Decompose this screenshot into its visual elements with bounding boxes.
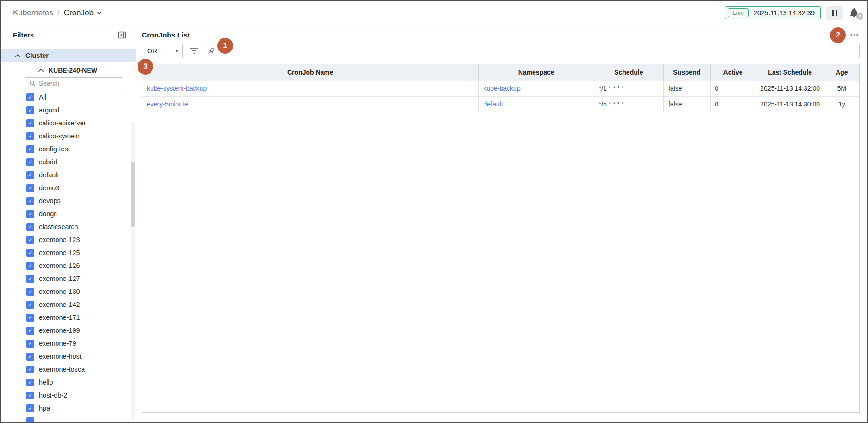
namespace-item[interactable]: ✓config-test	[1, 143, 131, 156]
namespace-label: argocd	[39, 106, 59, 114]
namespace-item-partial[interactable]	[1, 415, 131, 422]
table-body: kube-system-backupkube-backup*/1 * * * *…	[142, 81, 859, 112]
top-bar: Kubernetes / CronJob Live 2025.11.13 14:…	[1, 1, 867, 25]
namespace-label: exemone-171	[39, 314, 80, 321]
namespace-item[interactable]: ✓argocd	[1, 104, 131, 117]
namespace-item[interactable]: ✓dongri	[1, 207, 131, 220]
checkbox-checked-icon[interactable]: ✓	[26, 197, 34, 205]
table-row: kube-system-backupkube-backup*/1 * * * *…	[142, 81, 859, 96]
cluster-name: KUBE-240-NEW	[49, 67, 97, 74]
checkbox-checked-icon[interactable]: ✓	[26, 106, 34, 114]
breadcrumb-current-label: CronJob	[64, 8, 94, 18]
namespace-item[interactable]: ✓calico-system	[1, 130, 131, 143]
namespace-item[interactable]: ✓elasticsearch	[1, 220, 131, 233]
namespace-label: default	[39, 171, 59, 179]
namespace-item[interactable]: ✓exemone-79	[1, 337, 131, 350]
namespace-item[interactable]: ✓exemone-126	[1, 259, 131, 272]
pause-button[interactable]	[826, 6, 843, 20]
namespace-label: exemone-126	[39, 262, 80, 269]
breadcrumb: Kubernetes / CronJob	[13, 8, 102, 18]
checkbox-checked-icon[interactable]: ✓	[26, 93, 34, 101]
namespace-item[interactable]: ✓exemone-123	[1, 233, 131, 246]
checkbox-checked-icon[interactable]: ✓	[26, 353, 34, 361]
checkbox-checked-icon[interactable]: ✓	[26, 210, 34, 218]
namespace-item[interactable]: ✓exemone-host	[1, 350, 131, 363]
checkbox-checked-icon[interactable]: ✓	[26, 184, 34, 192]
checkbox-checked-icon[interactable]: ✓	[26, 171, 34, 179]
cronjob-table-container: CronJob NameNamespaceScheduleSuspendActi…	[142, 64, 860, 413]
namespace-item[interactable]: ✓hello	[1, 376, 131, 389]
cronjob-name-link: every-5minute	[142, 96, 478, 112]
active-cell: 0	[710, 96, 756, 112]
namespace-item[interactable]: ✓cubrid	[1, 156, 131, 168]
namespace-item[interactable]: ✓All	[1, 91, 131, 104]
breadcrumb-root[interactable]: Kubernetes	[13, 8, 53, 18]
breadcrumb-current[interactable]: CronJob	[64, 8, 102, 18]
operator-value: OR	[147, 47, 157, 55]
checkbox-checked-icon[interactable]: ✓	[26, 327, 34, 335]
namespace-item[interactable]: ✓exemone-142	[1, 298, 131, 311]
schedule-cell: */5 * * * *	[594, 96, 663, 112]
notification-count-badge: 0	[856, 13, 863, 20]
namespace-item[interactable]: ✓devops	[1, 194, 131, 207]
cluster-tree-node[interactable]: KUBE-240-NEW	[1, 64, 136, 77]
namespace-item[interactable]: ✓demo3	[1, 181, 131, 194]
cluster-section-label: Cluster	[25, 52, 49, 59]
namespace-item[interactable]: ✓exemone-tosca	[1, 363, 131, 376]
checkbox-checked-icon[interactable]: ✓	[26, 262, 34, 270]
notification-bell-button[interactable]: 0	[849, 7, 861, 19]
checkbox-checked-icon[interactable]: ✓	[26, 132, 34, 140]
checkbox-checked-icon[interactable]: ✓	[26, 145, 34, 153]
page-body: Filters Cluster K	[1, 25, 867, 422]
namespace-item[interactable]: ✓hpa	[1, 402, 131, 415]
checkbox-checked-icon[interactable]: ✓	[26, 340, 34, 348]
cronjob-name-link[interactable]: every-5minute	[147, 100, 188, 108]
checkbox-checked-icon[interactable]: ✓	[26, 379, 34, 386]
cronjob-name-link[interactable]: kube-system-backup	[147, 85, 207, 92]
checkbox-checked-icon[interactable]: ✓	[26, 275, 34, 283]
namespace-item[interactable]: ✓exemone-127	[1, 272, 131, 285]
checkbox-checked-icon[interactable]: ✓	[26, 236, 34, 244]
suspend-cell: false	[663, 81, 710, 96]
search-input[interactable]	[39, 80, 119, 87]
sidebar-scrollbar-thumb[interactable]	[131, 162, 135, 227]
checkbox-checked-icon[interactable]: ✓	[26, 249, 34, 257]
namespace-item[interactable]: ✓exemone-130	[1, 285, 131, 298]
namespace-item[interactable]: ✓host-db-2	[1, 389, 131, 402]
annotation-badge-1: 1	[217, 38, 233, 54]
column-header: CronJob Name	[142, 64, 478, 81]
filter-toolbar: OR	[142, 44, 860, 58]
column-header: Active	[710, 64, 756, 81]
cluster-section-header[interactable]: Cluster	[1, 49, 136, 62]
namespace-item[interactable]: ✓exemone-171	[1, 311, 131, 324]
namespace-label: exemone-127	[39, 275, 80, 282]
namespace-list: ✓All✓argocd✓calico-apiserver✓calico-syst…	[1, 91, 131, 422]
namespace-label: All	[39, 93, 46, 101]
namespace-label: dongri	[39, 210, 57, 218]
namespace-label: host-db-2	[39, 392, 67, 399]
namespace-link[interactable]: default	[484, 100, 503, 108]
checkbox-checked-icon[interactable]: ✓	[26, 301, 34, 309]
live-status: Live 2025.11.13 14:32:39	[725, 6, 821, 19]
more-options-button[interactable]: ⋯	[850, 30, 860, 40]
checkbox-checked-icon[interactable]: ✓	[26, 223, 34, 231]
namespace-item[interactable]: ✓default	[1, 168, 131, 181]
namespace-link[interactable]: kube-backup	[484, 85, 521, 92]
topbar-controls: Live 2025.11.13 14:32:39 0	[725, 6, 861, 20]
checkbox-checked-icon[interactable]: ✓	[26, 288, 34, 296]
namespace-item[interactable]: ✓exemone-199	[1, 324, 131, 337]
collapse-panel-button[interactable]	[117, 31, 126, 40]
checkbox-checked-icon[interactable]: ✓	[26, 314, 34, 322]
filter-icon[interactable]	[189, 46, 199, 56]
last-schedule-cell: 2025-11-13 14:30:00	[756, 96, 824, 112]
checkbox-checked-icon[interactable]: ✓	[26, 158, 34, 166]
checkbox-checked-icon[interactable]: ✓	[26, 119, 34, 127]
checkbox-checked-icon[interactable]: ✓	[26, 404, 34, 412]
checkbox-checked-icon[interactable]: ✓	[26, 392, 34, 399]
namespace-item[interactable]: ✓exemone-125	[1, 246, 131, 259]
filters-sidebar: Filters Cluster K	[1, 25, 136, 422]
namespace-item[interactable]: ✓calico-apiserver	[1, 117, 131, 130]
checkbox-checked-icon[interactable]: ✓	[26, 366, 34, 373]
operator-select[interactable]: OR	[142, 44, 183, 58]
pin-icon[interactable]	[206, 46, 215, 56]
